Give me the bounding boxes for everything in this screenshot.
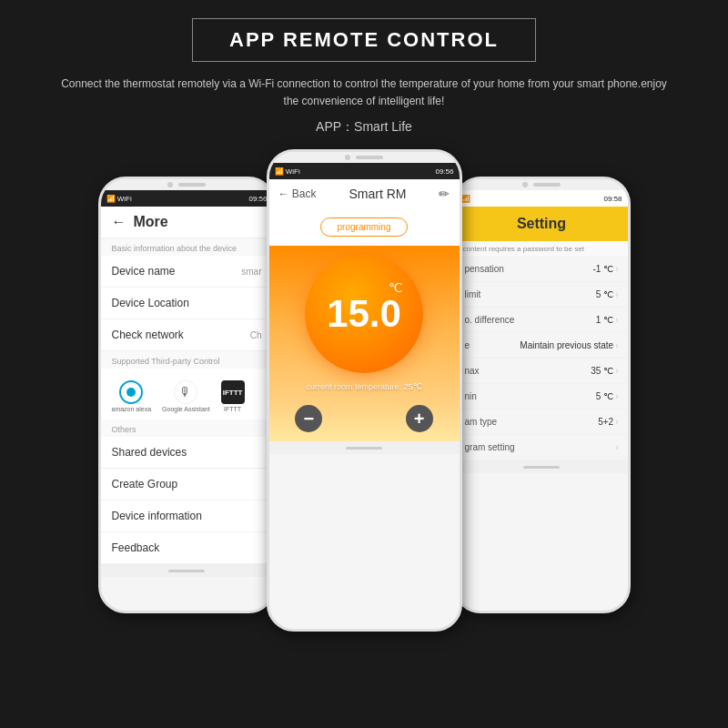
right-status-bar: 📶 09:58 (456, 190, 628, 207)
min-label: nin (465, 391, 477, 401)
chevron-icon: › (615, 264, 618, 274)
basic-info-section: Basic information about the device (101, 238, 273, 256)
programming-button[interactable]: programming (320, 217, 409, 237)
left-signal: 📶 WiFi (106, 195, 132, 203)
setting-item-am-type[interactable]: am type 5+2 › (456, 410, 628, 435)
min-value: 5 ℃ › (596, 391, 619, 401)
back-button-mid[interactable]: ← Back (278, 187, 317, 200)
create-group-item[interactable]: Create Group (101, 469, 273, 500)
check-network-label: Check network (112, 329, 184, 341)
back-icon[interactable]: ← (112, 214, 126, 230)
speaker-bar-mid (356, 156, 383, 159)
main-title: APP REMOTE CONTROL (229, 28, 499, 52)
left-time: 09:56 (248, 195, 267, 203)
app-label: APP：Smart Life (316, 119, 412, 136)
chevron-icon-8: › (615, 442, 618, 452)
home-indicator-left (168, 570, 205, 572)
setting-item-max[interactable]: nax 35 ℃ › (456, 359, 628, 384)
ifttt-icon-item[interactable]: IFTTT IFTTT (221, 380, 245, 412)
thermostat-area: 15.0 ℃ current room temperature: 25℃ − + (269, 246, 460, 441)
alexa-icon-item[interactable]: amazon alexa (112, 380, 152, 412)
create-group-label: Create Group (112, 478, 178, 490)
setting-item-pensation[interactable]: pensation -1 ℃ › (456, 257, 628, 282)
third-party-icons: amazon alexa 🎙 Google Assistant IFTTT IF… (112, 380, 262, 412)
speaker-bar (178, 183, 206, 187)
phone-middle-speaker (269, 152, 460, 163)
right-signal: 📶 (461, 195, 470, 203)
device-name-label: Device name (112, 265, 176, 278)
ifttt-label: IFTTT (224, 406, 241, 412)
third-party-section: Supported Third-party Control (101, 351, 273, 369)
speaker-bar-right (533, 183, 561, 187)
chevron-icon-7: › (615, 417, 618, 427)
ifttt-box: IFTTT (221, 380, 245, 404)
chevron-icon-3: › (615, 315, 618, 325)
google-circle: 🎙 (174, 380, 197, 404)
mid-signal: 📶 WiFi (275, 167, 300, 176)
subtitle: Connect the thermostat remotely via a Wi… (18, 76, 710, 110)
state-label: e (465, 340, 470, 350)
title-box: APP REMOTE CONTROL (192, 18, 536, 62)
mid-time: 09:56 (435, 167, 453, 176)
device-name-value: smar (241, 267, 261, 277)
google-label: Google Assistant (162, 406, 210, 412)
alexa-inner (126, 388, 136, 397)
setting-item-min[interactable]: nin 5 ℃ › (456, 384, 628, 410)
chevron-icon-6: › (615, 391, 618, 401)
limit-label: limit (465, 289, 481, 299)
temperature-circle: 15.0 ℃ (305, 255, 423, 373)
left-status-bar: 📶 WiFi 09:56 (101, 190, 273, 207)
home-indicator-mid (346, 447, 382, 450)
edit-icon[interactable]: ✏ (439, 187, 450, 201)
temp-unit: ℃ (389, 280, 403, 295)
plus-button[interactable]: + (406, 405, 433, 432)
right-time: 09:58 (603, 195, 622, 203)
middle-status-bar: 📶 WiFi 09:56 (269, 163, 460, 179)
phone-left: 📶 WiFi 09:56 ← More Basic information ab… (98, 177, 276, 613)
alexa-label: amazon alexa (112, 406, 152, 412)
device-info-label: Device information (112, 510, 202, 522)
chevron-icon-4: › (615, 340, 618, 350)
feedback-item[interactable]: Feedback (101, 532, 273, 564)
phone-middle: 📶 WiFi 09:56 ← Back Smart RM ✏ programmi… (267, 149, 462, 632)
setting-item-limit[interactable]: limit 5 ℃ › (456, 282, 628, 308)
device-info-item[interactable]: Device information (101, 500, 273, 532)
check-network-item[interactable]: Check network Ch (101, 319, 273, 351)
programming-area: programming (269, 208, 460, 246)
setting-header: Setting (456, 207, 628, 241)
device-location-item[interactable]: Device Location (101, 288, 273, 319)
control-buttons: − + (295, 405, 432, 432)
third-party-icons-area: amazon alexa 🎙 Google Assistant IFTTT IF… (101, 369, 273, 420)
phone-right-speaker (456, 179, 628, 190)
gram-value: › (615, 442, 618, 452)
setting-title: Setting (467, 216, 617, 232)
smart-rm-header: ← Back Smart RM ✏ (269, 179, 460, 208)
google-icon-item[interactable]: 🎙 Google Assistant (162, 380, 210, 412)
setting-item-gram[interactable]: gram setting › (456, 435, 628, 460)
phone-left-speaker (101, 179, 273, 190)
pensation-value: -1 ℃ › (592, 264, 618, 274)
setting-item-state[interactable]: e Maintain previous state › (456, 333, 628, 359)
pensation-label: pensation (465, 264, 504, 274)
smart-rm-title: Smart RM (349, 187, 407, 201)
speaker-dot-mid (345, 155, 350, 160)
main-container: APP REMOTE CONTROL Connect the thermosta… (0, 0, 728, 728)
shared-devices-item[interactable]: Shared devices (101, 437, 273, 469)
chevron-icon-2: › (615, 289, 618, 299)
more-title: More (134, 214, 168, 230)
speaker-dot (167, 182, 173, 187)
mid-phone-bottom (269, 441, 460, 454)
phone-right: 📶 09:58 Setting content requires a passw… (453, 177, 631, 613)
current-temp-label: current room temperature: 25℃ (306, 382, 421, 391)
max-label: nax (465, 366, 480, 376)
chevron-icon-5: › (615, 366, 618, 376)
temperature-value: 15.0 (327, 295, 401, 333)
more-header: ← More (101, 207, 273, 238)
alexa-circle (119, 380, 143, 404)
max-value: 35 ℃ › (591, 366, 618, 376)
difference-label: o. difference (465, 315, 515, 325)
device-name-item[interactable]: Device name smar (101, 256, 273, 288)
minus-button[interactable]: − (295, 405, 322, 432)
setting-item-difference[interactable]: o. difference 1 ℃ › (456, 308, 628, 333)
password-note: content requires a password to be set (456, 241, 628, 257)
